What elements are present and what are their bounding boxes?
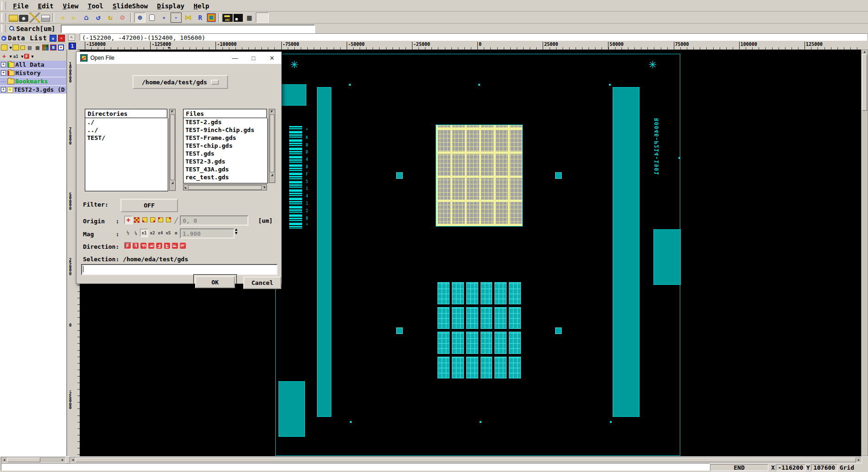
open-folder-icon[interactable] xyxy=(9,15,18,22)
path-dropdown-button[interactable]: /home/eda/test/gds xyxy=(133,75,228,89)
menu-view[interactable]: View xyxy=(58,2,83,10)
scrollbar-thumb[interactable] xyxy=(76,458,856,462)
scroll-up-icon[interactable]: ▲ xyxy=(862,50,868,54)
panel-collapse-icon[interactable]: ▶ xyxy=(1,36,6,41)
directories-list[interactable]: ./../TEST/ xyxy=(85,118,168,191)
toolbar-grip[interactable] xyxy=(1,13,6,22)
scrollbar-thumb[interactable] xyxy=(270,114,274,172)
expand-icon[interactable]: + xyxy=(1,62,6,67)
direction-option[interactable]: F xyxy=(124,242,132,249)
ok-button[interactable]: OK xyxy=(195,276,235,288)
origin-corner-tl-icon[interactable] xyxy=(157,216,164,224)
scale-a1-icon[interactable]: a1 xyxy=(13,53,19,59)
direction-option[interactable]: F xyxy=(171,242,179,249)
scroll-right-icon[interactable]: ▶ xyxy=(856,458,862,462)
label-abc-icon[interactable]: ABC xyxy=(222,14,233,22)
origin-corner-all-icon[interactable] xyxy=(133,216,140,224)
ruler-icon[interactable] xyxy=(256,13,269,23)
origin-corner-br-icon[interactable] xyxy=(149,216,156,224)
scroll-left-icon[interactable]: ◀ xyxy=(1,458,7,462)
scroll-up-icon[interactable]: ◤ xyxy=(269,109,275,114)
cancel-button[interactable]: Cancel xyxy=(243,277,281,289)
filter-button[interactable]: OFF xyxy=(120,199,178,212)
direction-option[interactable]: F xyxy=(156,242,164,249)
fill-black-icon[interactable] xyxy=(234,14,243,22)
maximize-button[interactable]: □ xyxy=(244,52,263,64)
searchbar-grip[interactable] xyxy=(1,25,6,32)
mag-option-icon[interactable]: ¼ xyxy=(132,229,139,237)
grid-view-icon[interactable]: ▦ xyxy=(34,44,41,50)
scroll-down-icon[interactable]: ◢ xyxy=(269,173,275,177)
panel-horizontal-scrollbar[interactable]: ◀ ▶ xyxy=(1,457,66,463)
direction-option[interactable]: F xyxy=(148,242,156,249)
rainbow-icon[interactable] xyxy=(207,13,216,22)
scroll-left-icon[interactable]: ◣ xyxy=(184,185,188,190)
cursor-box-icon[interactable]: ➤ xyxy=(171,13,182,23)
menu-slideshow[interactable]: SlideShow xyxy=(108,2,152,10)
mag-input[interactable]: 1.000 xyxy=(180,228,234,239)
selection-input[interactable] xyxy=(81,264,278,275)
panel-up-button[interactable]: ▲ xyxy=(50,35,57,42)
mag-option-icon[interactable]: x1 xyxy=(140,229,148,237)
origin-corner-tr-icon[interactable] xyxy=(165,216,172,224)
scrollbar-thumb[interactable] xyxy=(170,114,175,180)
refresh-icon[interactable]: ↻ xyxy=(105,13,116,23)
mag-spinner[interactable]: ▲▼ xyxy=(235,227,237,235)
scrollbar-thumb[interactable] xyxy=(862,54,867,111)
files-list[interactable]: TEST-2.gdsTEST-9inch-Chip.gdsTEST-Frame.… xyxy=(183,118,268,183)
home-icon[interactable]: ⌂ xyxy=(81,13,92,23)
mag-option-icon[interactable]: x4 xyxy=(157,229,164,237)
search-input[interactable] xyxy=(61,25,315,33)
menu-tool[interactable]: Tool xyxy=(83,2,108,10)
print-icon[interactable] xyxy=(41,15,50,22)
menu-edit[interactable]: Edit xyxy=(33,2,58,10)
menu-help[interactable]: Help xyxy=(189,2,214,10)
pan-icon[interactable] xyxy=(146,13,158,23)
mag-option-icon[interactable]: ½ xyxy=(124,229,132,237)
scroll-up-icon[interactable]: ◤ xyxy=(170,109,175,114)
tree-item[interactable]: +All Data xyxy=(0,61,66,69)
file-item[interactable]: rec_test.gds xyxy=(184,173,267,181)
file-item[interactable]: TEST-chip.gds xyxy=(184,142,267,150)
menu-display[interactable]: Display xyxy=(152,2,189,10)
cell-name-icon[interactable]: N xyxy=(50,44,57,50)
layer-colors-icon[interactable] xyxy=(42,44,49,50)
reload-icon[interactable]: ↺ xyxy=(93,13,104,23)
stop-icon[interactable]: ⊘ xyxy=(117,13,128,23)
canvas-vertical-scrollbar[interactable]: ▲ xyxy=(861,50,868,456)
directory-item[interactable]: ../ xyxy=(85,126,168,134)
canvas-horizontal-scrollbar[interactable]: ◀ ▶ xyxy=(70,457,862,463)
scroll-down-icon[interactable]: ◢ xyxy=(170,181,175,185)
back-icon[interactable]: ◀ xyxy=(57,13,68,23)
flip-f-icon[interactable]: F xyxy=(24,54,29,59)
direction-option[interactable]: F xyxy=(179,242,187,249)
grid-icon[interactable]: ▦ xyxy=(244,13,255,23)
expand-icon[interactable]: + xyxy=(1,70,6,76)
direction-option[interactable]: F xyxy=(164,242,171,249)
scroll-right-icon[interactable]: ◥ xyxy=(262,185,266,190)
direction-option[interactable]: F xyxy=(140,242,148,249)
stretch-icon[interactable]: ⋈ xyxy=(183,13,194,23)
menu-file[interactable]: File xyxy=(8,2,33,10)
directory-item[interactable]: TEST/ xyxy=(85,134,168,142)
menubar-grip[interactable] xyxy=(1,1,6,10)
pick-icon[interactable]: R xyxy=(195,13,206,23)
layer-fill-icon[interactable] xyxy=(13,44,19,50)
files-scrollbar[interactable]: ◤ ◢ xyxy=(269,109,275,183)
mag-option-icon[interactable]: ⊞ xyxy=(172,229,180,237)
file-item[interactable]: TEST2-3.gds xyxy=(184,157,267,165)
target-icon[interactable] xyxy=(58,44,64,50)
origin-corner-bl-icon[interactable] xyxy=(141,216,148,224)
mag-option-icon[interactable]: x2 xyxy=(149,229,156,237)
close-button[interactable]: ✕ xyxy=(263,52,281,64)
origin-pencil-icon[interactable]: ╱ xyxy=(172,217,180,224)
origin-input[interactable]: 0, 0 xyxy=(180,215,248,226)
file-item[interactable]: TEST-2.gds xyxy=(184,118,267,126)
directory-item[interactable]: ./ xyxy=(85,118,168,126)
zoom-icon[interactable]: ⊕ xyxy=(134,13,146,23)
scroll-left-icon[interactable]: ◀ xyxy=(70,458,76,462)
minimize-button[interactable]: — xyxy=(226,52,244,64)
cursor-icon[interactable]: ➤ xyxy=(157,10,171,25)
files-hscrollbar[interactable]: ◣ ◥ xyxy=(183,184,267,190)
tree-item[interactable]: +History xyxy=(0,69,66,77)
